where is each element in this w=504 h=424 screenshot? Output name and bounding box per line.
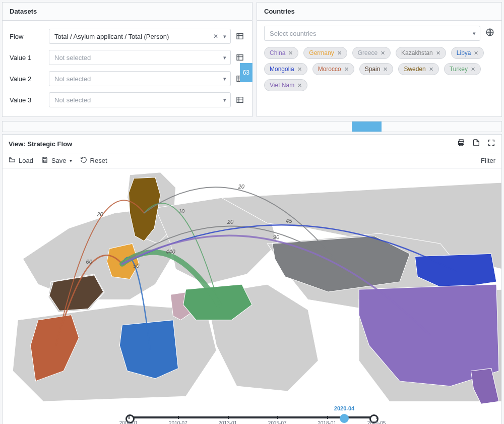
- chevron-down-icon: ▾: [223, 76, 226, 82]
- flow-value-label: 60: [86, 259, 93, 265]
- flow-value-label: 20: [227, 219, 234, 225]
- close-icon[interactable]: ✕: [344, 66, 349, 73]
- country-chip-label: Greece: [358, 49, 377, 56]
- countries-select[interactable]: Select countries ▾: [264, 26, 480, 41]
- svg-rect-8: [44, 157, 46, 159]
- country-chip[interactable]: Morocco✕: [312, 63, 354, 75]
- country-chip[interactable]: China✕: [264, 47, 298, 59]
- reset-button[interactable]: Reset: [80, 156, 107, 165]
- flow-value-label: 20: [238, 184, 245, 190]
- svg-rect-9: [44, 160, 46, 162]
- timeline: 2008-012010-072013-012015-072018-012020-…: [3, 405, 501, 424]
- chevron-down-icon: ▾: [223, 33, 226, 40]
- close-icon[interactable]: ✕: [429, 66, 433, 73]
- svg-rect-3: [237, 97, 243, 103]
- country-chip-label: Turkey: [450, 66, 468, 73]
- time-strip[interactable]: [2, 121, 502, 132]
- folder-open-icon: [9, 156, 16, 165]
- value3-select[interactable]: Not selected▾: [49, 92, 231, 107]
- timeline-tick-label: 2013-01: [218, 420, 237, 424]
- country-chip[interactable]: Germany✕: [303, 47, 347, 59]
- timeline-track[interactable]: [129, 416, 375, 418]
- value1-select-value: Not selected: [54, 54, 91, 62]
- view-header: View: Strategic Flow: [3, 135, 501, 153]
- view-header-icons: [457, 139, 495, 149]
- top-panels: Datasets FlowTotal / Asylum applicant / …: [0, 0, 504, 119]
- svg-rect-0: [237, 34, 243, 39]
- load-button[interactable]: Load: [9, 156, 33, 165]
- close-icon[interactable]: ✕: [471, 66, 475, 73]
- chevron-down-icon: ▾: [223, 54, 226, 61]
- country-chip-label: Morocco: [318, 66, 341, 73]
- flow-label: Flow: [10, 33, 45, 40]
- filter-button[interactable]: Filter: [481, 157, 495, 164]
- countries-body: Select countries ▾ China✕Germany✕Greece✕…: [257, 21, 501, 116]
- close-icon[interactable]: ✕: [381, 50, 385, 56]
- value1-label: Value 1: [10, 54, 45, 62]
- flow-select-value: Total / Asylum applicant / Total (Person…: [54, 33, 169, 40]
- close-icon[interactable]: ✕: [288, 50, 293, 56]
- country-chip-label: Kazakhstan: [401, 49, 433, 56]
- flow-value-label: 45: [286, 218, 292, 224]
- undo-icon: [80, 156, 87, 165]
- print-icon[interactable]: [457, 139, 465, 149]
- value1-table-icon[interactable]: [235, 53, 245, 62]
- country-chip[interactable]: Spain✕: [359, 63, 394, 75]
- countries-panel: Countries Select countries ▾ China✕Germa…: [257, 2, 502, 117]
- chevron-down-icon: ▾: [473, 30, 476, 37]
- close-icon[interactable]: ✕: [297, 66, 302, 73]
- country-chip[interactable]: Mongolia✕: [264, 63, 307, 75]
- value2-label: Value 2: [10, 75, 45, 83]
- country-chip-label: Mongolia: [270, 66, 294, 73]
- clear-icon[interactable]: ✕: [213, 33, 218, 40]
- close-icon[interactable]: ✕: [337, 50, 342, 56]
- timeline-tick: [376, 416, 377, 419]
- datasets-panel: Datasets FlowTotal / Asylum applicant / …: [2, 2, 253, 117]
- country-shape-libya[interactable]: [119, 320, 178, 379]
- view-title: View: Strategic Flow: [9, 140, 72, 148]
- value2-select-value: Not selected: [54, 75, 91, 83]
- save-button[interactable]: Save ▾: [41, 156, 72, 165]
- country-chip[interactable]: Viet Nam✕: [264, 79, 307, 91]
- map[interactable]: 6020504401020204590: [3, 168, 501, 405]
- timeline-knob[interactable]: [340, 414, 349, 423]
- close-icon[interactable]: ✕: [474, 50, 478, 56]
- floppy-icon: [41, 156, 48, 165]
- flow-value-label: 50: [133, 263, 140, 269]
- country-chip[interactable]: Libya✕: [451, 47, 484, 59]
- save-label: Save: [51, 157, 67, 164]
- globe-icon[interactable]: [485, 28, 494, 39]
- timeline-tick: [178, 416, 179, 419]
- datasets-body: FlowTotal / Asylum applicant / Total (Pe…: [3, 21, 252, 116]
- country-chip-label: Spain: [365, 66, 381, 73]
- value2-select[interactable]: Not selected▾: [49, 71, 231, 86]
- country-chip[interactable]: Sweden✕: [398, 63, 438, 75]
- flow-table-icon[interactable]: [235, 32, 245, 40]
- country-chip-label: Libya: [457, 49, 471, 56]
- value1-select[interactable]: Not selected▾: [49, 50, 231, 65]
- form-row-value3: Value 3Not selected▾: [10, 89, 245, 110]
- close-icon[interactable]: ✕: [297, 82, 302, 89]
- time-strip-active: [352, 122, 382, 132]
- view-panel: View: Strategic Flow Load: [2, 134, 502, 424]
- value3-table-icon[interactable]: [235, 96, 245, 104]
- fullscreen-icon[interactable]: [487, 139, 495, 149]
- timeline-current-label: 2020-04: [334, 405, 354, 411]
- timeline-tick: [129, 416, 130, 419]
- chevron-down-icon: ▾: [70, 158, 72, 163]
- chevron-down-icon: ▾: [223, 97, 226, 103]
- country-chip-label: Viet Nam: [270, 82, 294, 89]
- close-icon[interactable]: ✕: [436, 50, 440, 56]
- country-chip-label: Germany: [309, 49, 334, 56]
- close-icon[interactable]: ✕: [383, 66, 388, 73]
- flow-value-label: 20: [96, 211, 103, 217]
- country-chip[interactable]: Greece✕: [352, 47, 391, 59]
- countries-title: Countries: [257, 3, 501, 21]
- country-chip[interactable]: Turkey✕: [444, 63, 481, 75]
- flow-select[interactable]: Total / Asylum applicant / Total (Person…: [49, 29, 231, 44]
- timeline-tick: [228, 416, 229, 419]
- export-icon[interactable]: [472, 139, 480, 149]
- map-svg: 6020504401020204590: [3, 168, 501, 405]
- country-chip[interactable]: Kazakhstan✕: [396, 47, 446, 59]
- country-chip-list: China✕Germany✕Greece✕Kazakhstan✕Libya✕Mo…: [264, 47, 494, 91]
